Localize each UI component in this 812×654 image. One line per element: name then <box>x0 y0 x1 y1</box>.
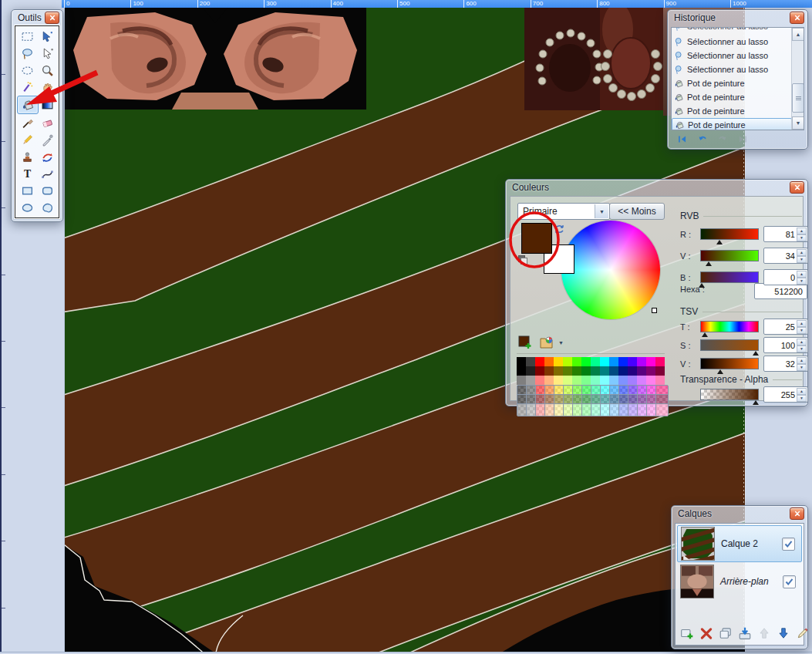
palette-swatch[interactable] <box>628 366 637 376</box>
history-item[interactable]: Pot de peinture <box>672 76 792 90</box>
spin-up-icon[interactable]: ▲ <box>797 228 807 234</box>
slider-marker[interactable] <box>706 261 712 266</box>
palette-swatch[interactable] <box>655 366 665 376</box>
history-item[interactable]: Sélectionner au lasso <box>672 49 792 62</box>
number-spinner[interactable]: 255 ▲▼ <box>763 386 808 403</box>
close-icon[interactable] <box>45 12 59 24</box>
gradient-tool[interactable] <box>37 96 57 113</box>
palette-swatch[interactable] <box>600 357 609 366</box>
merge-down-button[interactable] <box>736 625 753 642</box>
add-color-icon[interactable] <box>517 334 534 351</box>
palette-swatch[interactable] <box>618 357 628 366</box>
palette-swatch[interactable] <box>637 376 646 385</box>
palette-swatch[interactable] <box>554 366 563 376</box>
palette-swatch[interactable] <box>581 376 591 385</box>
palette-swatch[interactable] <box>535 357 544 366</box>
palette-swatch[interactable] <box>544 357 554 366</box>
close-icon[interactable] <box>790 12 804 24</box>
ellipse-tool[interactable] <box>17 199 37 216</box>
swap-colors-icon[interactable] <box>554 223 564 232</box>
spin-up-icon[interactable]: ▲ <box>797 271 807 278</box>
pencil-tool[interactable] <box>17 131 37 148</box>
slider-marker[interactable] <box>699 283 705 288</box>
palette-swatch[interactable] <box>572 357 581 366</box>
history-item[interactable]: Sélectionner au lasso <box>672 35 792 49</box>
palette-swatch[interactable] <box>628 376 637 385</box>
spin-up-icon[interactable]: ▲ <box>797 357 807 364</box>
less-button[interactable]: << Moins <box>609 203 665 220</box>
eraser-tool[interactable] <box>37 114 57 131</box>
default-colors-icon[interactable] <box>518 255 527 265</box>
palette-swatch[interactable] <box>628 357 637 366</box>
palette-swatch[interactable] <box>609 376 618 385</box>
color-slider[interactable] <box>700 271 759 283</box>
rounded-rectangle-tool[interactable] <box>37 182 57 199</box>
layer-properties-button[interactable] <box>794 625 811 642</box>
spin-down-icon[interactable]: ▼ <box>797 327 807 334</box>
palette-swatch[interactable] <box>535 366 544 376</box>
palette-swatch[interactable] <box>609 366 618 376</box>
color-slider[interactable] <box>700 321 759 332</box>
palette-swatch[interactable] <box>544 376 554 385</box>
palette-swatch[interactable] <box>600 366 609 376</box>
color-slider[interactable] <box>700 250 759 261</box>
palette-swatch[interactable] <box>572 366 581 376</box>
palette-swatch[interactable] <box>526 376 535 385</box>
slider-marker[interactable] <box>753 400 759 405</box>
scrollbar-thumb[interactable] <box>792 83 804 113</box>
history-item[interactable]: Pot de peinture <box>672 104 792 118</box>
close-icon[interactable] <box>790 507 804 520</box>
layer-row[interactable]: Arrière-plan <box>677 564 802 599</box>
palette-swatch[interactable] <box>591 357 600 366</box>
text-tool[interactable]: T <box>17 165 37 182</box>
palette-swatch[interactable] <box>526 357 535 366</box>
close-icon[interactable] <box>790 181 804 194</box>
spin-down-icon[interactable]: ▼ <box>797 395 807 402</box>
palette-swatch[interactable] <box>600 376 609 385</box>
history-item[interactable]: Sélectionner au lasso <box>672 62 792 76</box>
paint-bucket-tool[interactable] <box>17 96 39 114</box>
scroll-up-icon[interactable]: ▲ <box>792 28 804 41</box>
fast-forward-button[interactable] <box>735 133 750 145</box>
ellipse-select-tool[interactable] <box>17 62 37 79</box>
palette-swatch[interactable] <box>554 357 563 366</box>
move-selection-tool[interactable] <box>37 45 57 62</box>
rectangle-select-tool[interactable] <box>17 28 37 45</box>
hexa-input[interactable]: 512200 <box>754 283 807 299</box>
chevron-down-icon[interactable]: ▼ <box>558 340 564 346</box>
history-item[interactable]: Pot de peinture <box>672 118 792 130</box>
palette-swatch[interactable] <box>563 366 572 376</box>
paintbrush-tool[interactable] <box>17 114 37 131</box>
history-item[interactable]: Sélectionner au lasso <box>672 28 792 35</box>
color-slider[interactable] <box>700 389 759 400</box>
zoom-tool[interactable] <box>37 62 57 79</box>
palette-swatch[interactable] <box>609 357 618 366</box>
add-layer-button[interactable] <box>679 625 696 642</box>
redo-button[interactable] <box>715 133 729 145</box>
pan-tool[interactable] <box>37 79 57 96</box>
spin-down-icon[interactable]: ▼ <box>797 234 807 241</box>
color-picker-tool[interactable] <box>37 131 57 148</box>
move-layer-up-button[interactable] <box>756 625 773 642</box>
palette-swatch[interactable] <box>591 376 600 385</box>
palette-swatch[interactable] <box>646 376 655 385</box>
number-spinner[interactable]: 34 ▲▼ <box>763 248 808 264</box>
slider-marker[interactable] <box>716 240 723 244</box>
palette-swatch[interactable] <box>618 366 628 376</box>
rectangle-tool[interactable] <box>17 182 37 199</box>
color-source-select[interactable]: Primaire ▼ <box>517 203 610 220</box>
undo-button[interactable] <box>695 133 709 145</box>
recolor-tool[interactable] <box>37 148 57 165</box>
spin-down-icon[interactable]: ▼ <box>797 364 807 371</box>
layer-visible-checkbox[interactable] <box>782 538 795 551</box>
history-scrollbar[interactable]: ▲ ▼ <box>791 28 804 130</box>
palette-swatch[interactable] <box>637 357 646 366</box>
palette-swatch[interactable] <box>517 366 526 376</box>
primary-color-swatch[interactable] <box>521 223 552 254</box>
palette-swatch[interactable] <box>517 376 526 385</box>
color-slider[interactable] <box>700 228 759 240</box>
spin-down-icon[interactable]: ▼ <box>797 256 807 263</box>
delete-layer-button[interactable] <box>698 625 715 642</box>
number-spinner[interactable]: 81 ▲▼ <box>763 226 808 242</box>
spin-up-icon[interactable]: ▲ <box>797 249 807 256</box>
